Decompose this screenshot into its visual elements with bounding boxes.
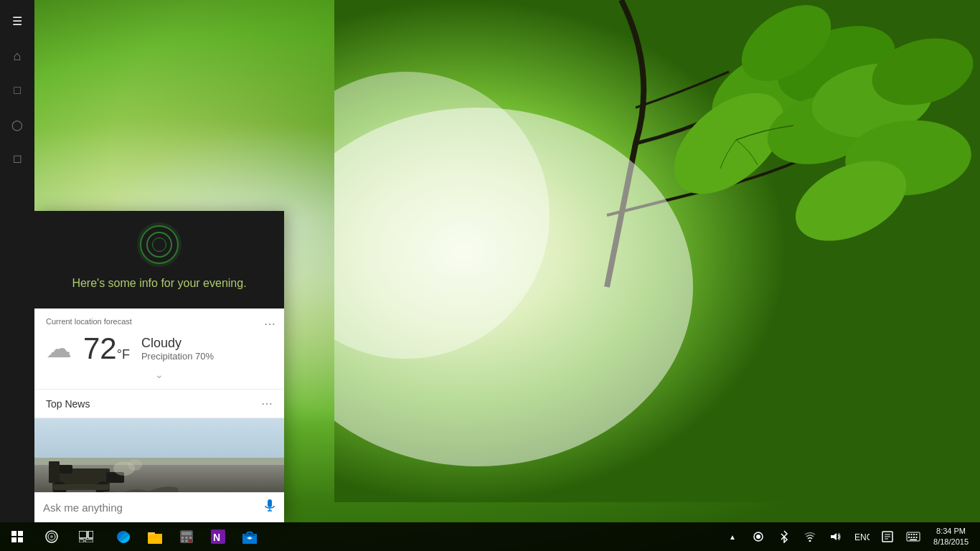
news-section-title: Top News [46,398,90,410]
svg-rect-57 [913,534,915,535]
task-view-icon [79,531,93,542]
sidebar-item-home[interactable]: ⌂ [0,40,34,72]
svg-point-2 [768,11,906,118]
sidebar-item-reminder[interactable]: ◯ [0,109,34,141]
home-icon: ⌂ [14,49,22,64]
file-explorer-icon [147,529,163,545]
search-input[interactable] [43,501,264,514]
svg-text:N: N [213,532,220,543]
svg-rect-33 [148,534,162,542]
svg-point-47 [756,534,760,539]
windows-logo-icon [11,531,23,542]
svg-rect-36 [182,537,184,539]
svg-rect-30 [85,540,93,542]
taskbar-app-store[interactable] [235,522,264,551]
systray-record-icon[interactable] [747,522,770,551]
weather-card: ⋯ Current location forecast ☁ 72°F Cloud… [34,309,284,390]
taskbar-apps: N [109,522,264,551]
sidebar-item-menu[interactable]: ☰ [0,6,34,37]
cortana-logo [140,225,179,264]
svg-point-4 [760,83,885,175]
svg-point-10 [334,108,693,466]
systray-volume-icon[interactable] [824,522,847,551]
weather-precipitation: Precipitation 70% [141,351,214,362]
taskbar-app-calculator[interactable] [172,522,201,551]
cortana-sidebar: ☰ ⌂ □ ◯ ☐ [0,0,34,522]
svg-point-6 [728,0,845,97]
svg-rect-55 [908,534,910,535]
clock-date: 8/18/2015 [933,537,969,547]
svg-text:ENG: ENG [854,532,870,542]
weather-description: Cloudy Precipitation 70% [141,336,214,362]
svg-rect-58 [916,534,918,535]
svg-point-20 [128,459,142,471]
notebook-icon: □ [14,84,21,97]
system-tray: ▲ [721,522,980,551]
edge-icon [116,529,131,545]
svg-point-48 [809,540,811,542]
cortana-header: Here's some info for your evening. [34,211,284,309]
system-clock[interactable]: 8:34 PM 8/18/2015 [928,522,974,551]
task-view-button[interactable] [69,522,103,551]
svg-point-3 [656,73,803,213]
temp-unit: °F [117,347,130,362]
svg-rect-39 [182,540,184,542]
svg-point-7 [842,116,974,201]
systray-expand-button[interactable]: ▲ [721,522,744,551]
clock-time: 8:34 PM [936,526,966,537]
svg-rect-0 [334,0,980,502]
weather-condition: Cloudy [141,336,214,351]
reminder-icon: ◯ [11,119,23,131]
svg-rect-40 [186,540,188,542]
cortana-search-bar[interactable] [34,492,284,522]
sidebar-item-feedback[interactable]: ☐ [0,143,34,175]
systray-network-icon[interactable] [798,522,821,551]
cortana-panel: Here's some info for your evening. ⋯ Cur… [34,211,284,522]
svg-rect-59 [908,537,910,538]
taskbar-app-explorer[interactable] [141,522,169,551]
svg-rect-27 [79,531,87,538]
systray-notifications-icon[interactable] [876,522,899,551]
cortana-greeting: Here's some info for your evening. [72,276,246,291]
svg-point-11 [334,72,550,359]
taskbar-search-button[interactable] [34,522,69,551]
calculator-icon [179,529,194,544]
hamburger-icon: ☰ [12,16,22,27]
weather-expand-button[interactable]: ⌄ [46,366,273,383]
svg-rect-21 [268,499,272,507]
microphone-icon[interactable] [264,499,275,517]
svg-rect-37 [186,537,188,539]
cortana-taskbar-icon [45,530,58,543]
weather-card-label: Current location forecast [46,317,273,326]
svg-rect-63 [910,540,917,541]
cloud-icon: ☁ [46,334,72,364]
svg-point-26 [50,535,53,538]
weather-temperature: 72°F [83,331,130,366]
news-card-menu[interactable]: ⋯ [261,397,273,410]
feedback-icon: ☐ [13,154,22,165]
weather-card-menu[interactable]: ⋯ [264,317,275,331]
svg-point-5 [806,55,939,146]
svg-rect-56 [911,534,913,535]
news-card-header: Top News ⋯ [34,390,284,418]
taskbar-app-edge[interactable] [109,522,138,551]
svg-rect-61 [913,537,915,538]
svg-rect-14 [49,461,60,483]
taskbar-app-onenote[interactable]: N [204,522,232,551]
svg-rect-28 [88,531,93,538]
start-button[interactable] [0,522,34,551]
systray-bluetooth-icon[interactable] [773,522,796,551]
svg-rect-38 [189,537,192,539]
weather-main: ☁ 72°F Cloudy Precipitation 70% [46,331,273,366]
svg-point-8 [783,145,918,257]
svg-rect-29 [79,540,84,542]
store-icon [242,529,258,545]
svg-point-1 [697,34,833,154]
systray-keyboard-icon[interactable] [902,522,925,551]
taskbar: N ▲ [0,522,980,551]
svg-rect-62 [916,537,918,538]
svg-rect-60 [911,537,913,538]
svg-rect-41 [189,540,192,542]
systray-language-icon[interactable]: ENG [850,522,873,551]
sidebar-item-notebook[interactable]: □ [0,75,34,106]
